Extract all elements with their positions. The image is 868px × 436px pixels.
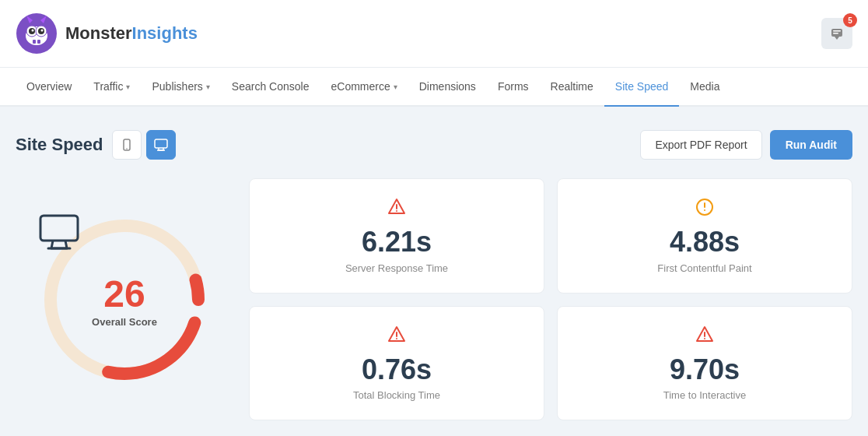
- mobile-device-button[interactable]: [112, 130, 142, 160]
- traffic-chevron: ▾: [126, 83, 130, 91]
- nav-item-realtime[interactable]: Realtime: [540, 68, 604, 107]
- metrics-grid: 6.21s Server Response Time 4.88s First C…: [249, 178, 852, 420]
- notification-button[interactable]: 5: [821, 18, 852, 49]
- nav-item-overview[interactable]: Overview: [16, 68, 82, 107]
- nav-item-publishers[interactable]: Publishers ▾: [141, 68, 220, 107]
- main-nav: Overview Traffic ▾ Publishers ▾ Search C…: [0, 68, 868, 107]
- run-audit-button[interactable]: Run Audit: [770, 130, 852, 160]
- header-buttons: Export PDF Report Run Audit: [640, 130, 852, 160]
- svg-point-31: [704, 338, 705, 339]
- score-label: Overall Score: [92, 316, 157, 328]
- warning-icon-0: [387, 198, 406, 220]
- metric-value-2: 0.76s: [362, 354, 432, 385]
- page-title-area: Site Speed: [16, 130, 176, 160]
- svg-point-6: [32, 30, 34, 32]
- nav-item-ecommerce[interactable]: eCommerce ▾: [320, 68, 408, 107]
- svg-rect-8: [33, 40, 36, 44]
- main-content: Site Speed: [0, 107, 868, 436]
- warning-icon-2: [387, 325, 406, 348]
- logo: MonsterInsights: [16, 12, 198, 54]
- svg-point-29: [396, 338, 397, 339]
- page-header: Site Speed: [16, 130, 852, 160]
- metric-value-3: 9.70s: [670, 354, 740, 385]
- logo-insights: Insights: [132, 23, 198, 43]
- warning-icon-3: [695, 325, 714, 348]
- notification-icon: [829, 26, 845, 41]
- device-toggle: [112, 130, 176, 160]
- metric-card-tbt: 0.76s Total Blocking Time: [249, 306, 544, 421]
- score-inner: 26 Overall Score: [92, 271, 157, 328]
- ecommerce-chevron: ▾: [394, 83, 397, 91]
- score-section: 26 Overall Score: [16, 178, 233, 420]
- logo-text: MonsterInsights: [65, 23, 198, 44]
- svg-rect-13: [833, 30, 841, 32]
- nav-item-site-speed[interactable]: Site Speed: [604, 68, 680, 107]
- export-pdf-button[interactable]: Export PDF Report: [640, 130, 761, 160]
- header-right: 5: [821, 18, 852, 49]
- svg-rect-21: [40, 216, 78, 241]
- header: MonsterInsights 5: [0, 0, 868, 68]
- monitor-svg: [39, 214, 79, 250]
- desktop-device-button[interactable]: [146, 130, 176, 160]
- monster-logo-icon: [16, 12, 58, 54]
- metric-card-tti: 9.70s Time to Interactive: [557, 306, 852, 421]
- svg-point-24: [396, 210, 397, 212]
- svg-point-7: [41, 30, 44, 32]
- score-number: 26: [103, 276, 145, 313]
- metric-card-server-response: 6.21s Server Response Time: [249, 178, 544, 294]
- publishers-chevron: ▾: [206, 83, 210, 91]
- svg-point-16: [127, 148, 128, 149]
- nav-item-forms[interactable]: Forms: [487, 68, 540, 107]
- nav-item-dimensions[interactable]: Dimensions: [408, 68, 487, 107]
- notification-badge: 5: [843, 13, 857, 27]
- dashboard: 26 Overall Score 6.21s Server Response T…: [16, 178, 852, 420]
- metric-label-3: Time to Interactive: [663, 389, 746, 401]
- svg-rect-17: [155, 139, 167, 148]
- metric-value-0: 6.21s: [362, 227, 432, 258]
- caution-icon-1: [695, 198, 714, 220]
- svg-rect-9: [37, 40, 40, 44]
- nav-item-media[interactable]: Media: [679, 68, 730, 107]
- metric-label-2: Total Blocking Time: [353, 389, 440, 401]
- nav-item-traffic[interactable]: Traffic ▾: [82, 68, 141, 107]
- svg-point-27: [704, 209, 705, 211]
- metric-card-fcp: 4.88s First Contentful Paint: [557, 178, 852, 294]
- metric-label-1: First Contentful Paint: [657, 262, 751, 274]
- desktop-icon: [154, 138, 168, 152]
- page-title: Site Speed: [16, 135, 103, 155]
- metric-label-0: Server Response Time: [345, 262, 448, 274]
- mobile-icon: [121, 139, 133, 151]
- nav-item-search-console[interactable]: Search Console: [221, 68, 320, 107]
- metric-value-1: 4.88s: [670, 227, 740, 258]
- svg-rect-14: [833, 33, 838, 34]
- logo-monster: Monster: [65, 23, 132, 43]
- score-circle: 26 Overall Score: [39, 214, 210, 385]
